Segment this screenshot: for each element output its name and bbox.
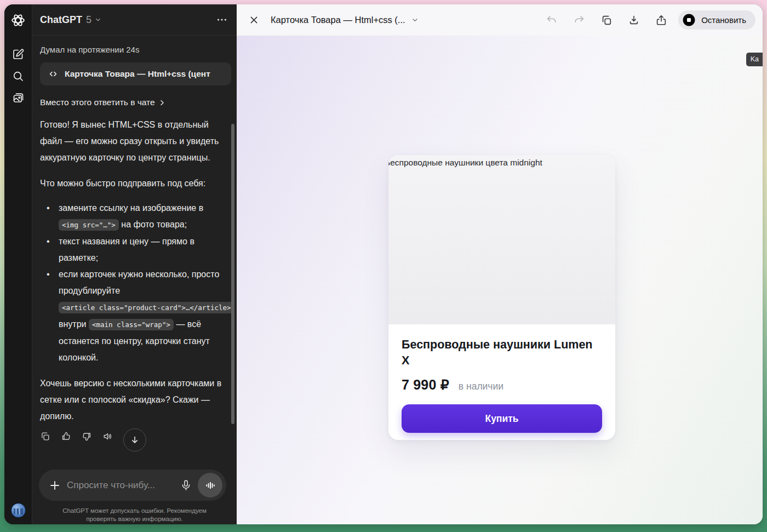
scroll-to-bottom-button[interactable] xyxy=(123,428,146,451)
message-paragraph: Что можно быстро подправить под себя: xyxy=(40,175,224,192)
thought-duration[interactable]: Думал на протяжении 24s xyxy=(40,44,224,55)
more-options-icon[interactable] xyxy=(216,14,228,26)
library-icon[interactable] xyxy=(9,89,27,107)
bullet-text: на фото товара; xyxy=(119,220,187,229)
left-icon-rail xyxy=(4,4,32,524)
assistant-message: Готово! Я вынес HTML+CSS в отдельный фай… xyxy=(40,117,224,425)
thumbs-up-icon[interactable] xyxy=(61,431,71,442)
canvas-side-tab[interactable]: Ka xyxy=(746,53,763,66)
preview-canvas: Ka Беспроводные наушники цвета midnight … xyxy=(237,36,763,524)
disclaimer-text: ChatGPT может допускать ошибки. Рекоменд… xyxy=(32,501,237,524)
list-item: замените ссылку на изображение в <img sr… xyxy=(40,200,224,233)
chat-messages: Думал на протяжении 24s Карточка Товара … xyxy=(32,36,237,465)
canvas-header: Карточка Товара — Html+css (... xyxy=(237,4,763,36)
reply-in-chat-label: Вместо этого ответить в чате xyxy=(40,94,155,111)
message-paragraph: Готово! Я вынес HTML+CSS в отдельный фай… xyxy=(40,117,224,166)
code-icon xyxy=(48,68,59,79)
download-icon[interactable] xyxy=(626,12,642,28)
bullet-text: замените ссылку на изображение в xyxy=(59,203,203,213)
microphone-icon[interactable] xyxy=(180,479,192,491)
inline-code: <main class="wrap"> xyxy=(89,319,174,330)
availability-badge: в наличии xyxy=(459,381,503,392)
chevron-down-icon[interactable] xyxy=(94,16,102,24)
app-title: ChatGPT xyxy=(40,14,82,26)
user-avatar[interactable] xyxy=(11,503,26,518)
product-image-placeholder: Беспроводные наушники цвета midnight xyxy=(388,155,615,324)
canvas-chip-label: Карточка Товара — Html+css (цент xyxy=(65,66,210,82)
product-title: Беспроводные наушники Lumen X xyxy=(402,337,602,369)
composer[interactable] xyxy=(39,470,226,501)
buy-button[interactable]: Купить xyxy=(402,404,602,433)
attach-plus-icon[interactable] xyxy=(48,479,61,492)
canvas-document-chip[interactable]: Карточка Товара — Html+css (цент xyxy=(40,62,231,85)
model-version[interactable]: 5 xyxy=(86,14,91,26)
product-price: 7 990 ₽ xyxy=(402,377,449,393)
openai-logo-icon xyxy=(9,12,27,29)
chevron-down-icon[interactable] xyxy=(411,16,419,24)
search-icon[interactable] xyxy=(9,67,27,85)
stop-button-label: Остановить xyxy=(701,15,746,25)
bullet-text: внутри xyxy=(59,319,89,329)
message-input[interactable] xyxy=(67,480,174,491)
canvas-panel: Карточка Товара — Html+css (... xyxy=(237,4,763,524)
chevron-right-icon xyxy=(158,99,166,107)
thumbs-down-icon[interactable] xyxy=(82,431,92,442)
document-title[interactable]: Карточка Товара — Html+css (... xyxy=(271,15,405,25)
message-paragraph: Хочешь версию с несколькими карточками в… xyxy=(40,375,224,425)
redo-icon[interactable] xyxy=(571,12,587,28)
copy-icon[interactable] xyxy=(598,12,615,28)
composer-area xyxy=(32,465,237,501)
copy-icon[interactable] xyxy=(40,431,50,442)
close-icon[interactable] xyxy=(247,13,261,27)
chat-panel: ChatGPT 5 Думал на протяжении 24s Карточ… xyxy=(32,4,237,524)
bullet-text: текст названия и цену — прямо в разметке… xyxy=(59,237,194,262)
stop-icon xyxy=(682,13,696,27)
image-alt-text: Беспроводные наушники цвета midnight xyxy=(388,158,542,168)
product-card-content: Беспроводные наушники Lumen X 7 990 ₽ в … xyxy=(388,324,615,433)
stop-button[interactable]: Остановить xyxy=(678,10,755,30)
price-row: 7 990 ₽ в наличии xyxy=(402,377,602,393)
inline-code: <img src="…"> xyxy=(59,219,119,231)
list-item: если карточек нужно несколько, просто пр… xyxy=(40,266,224,366)
reply-in-chat-link[interactable]: Вместо этого ответить в чате xyxy=(40,94,224,111)
list-item: текст названия и цену — прямо в разметке… xyxy=(40,233,224,266)
chat-scrollbar[interactable] xyxy=(231,124,234,424)
inline-code: <article class="product-card">…</article… xyxy=(59,302,234,313)
new-chat-icon[interactable] xyxy=(9,45,27,63)
undo-icon[interactable] xyxy=(543,12,560,28)
voice-mode-button[interactable] xyxy=(198,473,222,497)
share-icon[interactable] xyxy=(653,12,669,28)
chat-header: ChatGPT 5 xyxy=(32,4,237,36)
tips-list: замените ссылку на изображение в <img sr… xyxy=(40,200,224,366)
bullet-text: если карточек нужно несколько, просто пр… xyxy=(59,270,219,295)
app-window: ChatGPT 5 Думал на протяжении 24s Карточ… xyxy=(4,4,763,524)
product-card-preview: Беспроводные наушники цвета midnight Бес… xyxy=(388,155,615,440)
read-aloud-icon[interactable] xyxy=(102,431,113,442)
